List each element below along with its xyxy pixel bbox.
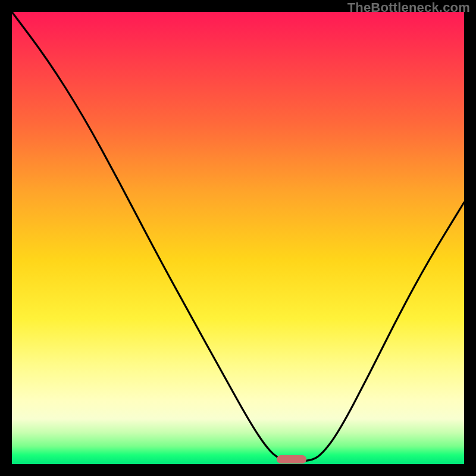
chart-area: [12, 12, 464, 464]
optimal-marker: [277, 455, 306, 464]
bottleneck-curve: [12, 12, 464, 464]
